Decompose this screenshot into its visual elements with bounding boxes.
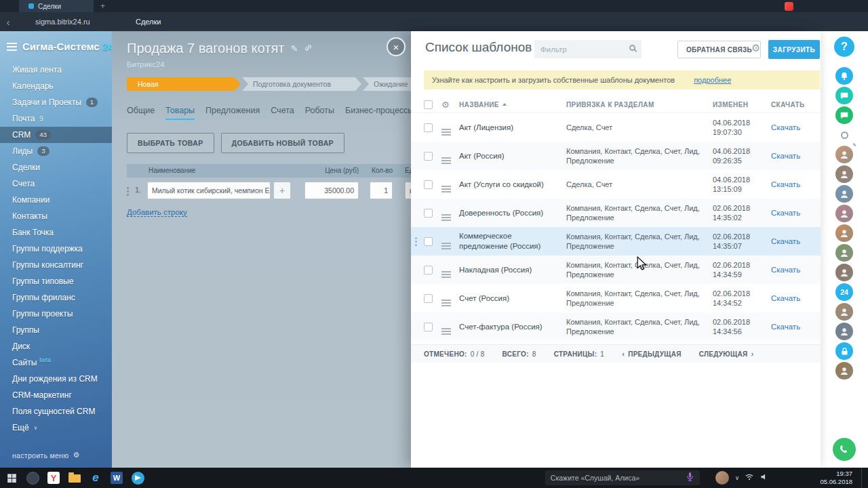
- template-row[interactable]: Акт (Лицензия)Сделка, Счет04.06.201819:0…: [411, 113, 821, 142]
- user-avatar[interactable]: [835, 185, 853, 203]
- row-menu-button[interactable]: [441, 323, 459, 331]
- deal-stage[interactable]: Ожидание: [363, 77, 411, 91]
- telegram-app[interactable]: [130, 470, 145, 485]
- row-menu-button[interactable]: [441, 266, 459, 274]
- new-tab-button[interactable]: +: [100, 1, 105, 11]
- user-avatar[interactable]: [835, 165, 853, 183]
- download-link[interactable]: Скачать: [771, 209, 800, 217]
- col-header-modified[interactable]: ИЗМЕНЕН: [713, 101, 771, 108]
- tab-Товары[interactable]: Товары: [165, 106, 195, 120]
- sidebar-item-Дни рождения из CRM[interactable]: Дни рождения из CRM: [0, 371, 112, 387]
- feedback-button[interactable]: ОБРАТНАЯ СВЯЗЬ: [677, 41, 761, 58]
- download-link[interactable]: Скачать: [771, 237, 800, 245]
- deal-stage[interactable]: Новая: [127, 77, 241, 91]
- template-row[interactable]: Счет (Россия)Компания, Контакт, Сделка, …: [411, 284, 821, 312]
- microphone-icon[interactable]: [686, 472, 694, 485]
- row-checkbox[interactable]: [424, 237, 433, 246]
- next-page-button[interactable]: СЛЕДУЮЩАЯ›: [699, 350, 754, 358]
- row-checkbox[interactable]: [424, 180, 433, 189]
- user-avatar[interactable]: [835, 323, 853, 340]
- prev-page-button[interactable]: ‹ПРЕДЫДУЩАЯ: [622, 350, 681, 358]
- add-product-plus-button[interactable]: +: [273, 182, 291, 199]
- sidebar-item-Контакты[interactable]: Контакты: [0, 208, 112, 224]
- row-menu-button[interactable]: [441, 152, 459, 160]
- sidebar-item-Сайты[interactable]: Сайтыbeta: [0, 354, 112, 371]
- user-avatar[interactable]: [835, 264, 853, 281]
- word-app[interactable]: W: [109, 470, 124, 485]
- tab-Роботы[interactable]: Роботы: [305, 106, 334, 120]
- filter-input[interactable]: [534, 40, 642, 58]
- grid-gear-icon[interactable]: ⚙: [441, 100, 459, 110]
- deal-subtitle-link[interactable]: Битрикс24: [127, 60, 411, 68]
- start-button[interactable]: [4, 470, 19, 485]
- add-row-link[interactable]: Добавить строку: [127, 208, 187, 217]
- sidebar-item-Диск[interactable]: Диск: [0, 338, 112, 354]
- tray-expand-icon[interactable]: ∨: [735, 474, 740, 481]
- col-header-sections[interactable]: ПРИВЯЗКА К РАЗДЕЛАМ: [566, 101, 713, 108]
- user-avatar[interactable]: [835, 303, 853, 321]
- taskbar-clock[interactable]: 19:37 05.06.2018: [820, 470, 852, 486]
- sidebar-item-Поля сущностей CRM[interactable]: Поля сущностей CRM: [0, 403, 112, 420]
- row-checkbox[interactable]: [424, 323, 433, 331]
- browser-extension-icon[interactable]: [785, 2, 793, 11]
- deal-stage[interactable]: Подготовка документов: [242, 77, 361, 91]
- row-menu-button[interactable]: [441, 237, 459, 245]
- row-checkbox[interactable]: [424, 152, 433, 161]
- help-button[interactable]: ?: [834, 37, 854, 57]
- sidebar-item-Календарь[interactable]: Календарь: [0, 78, 112, 94]
- template-row[interactable]: Доверенность (Россия)Компания, Контакт, …: [411, 199, 821, 227]
- search-icon[interactable]: [835, 126, 853, 144]
- yandex-browser[interactable]: Y: [46, 470, 61, 485]
- menu-burger-icon[interactable]: [7, 46, 17, 47]
- notice-more-link[interactable]: подробнее: [694, 76, 731, 84]
- sidebar-item-CRM-маркетинг[interactable]: CRM-маркетинг: [0, 387, 112, 403]
- row-menu-button[interactable]: [441, 294, 459, 302]
- tab-Общие[interactable]: Общие: [127, 106, 155, 120]
- product-unit-select[interactable]: шт: [405, 182, 411, 199]
- user-avatar[interactable]: [835, 244, 853, 262]
- tab-Предложения[interactable]: Предложения: [205, 106, 260, 120]
- template-row[interactable]: Акт (Услуги со скидкой)Сделка, Счет04.06…: [411, 170, 821, 199]
- show-desktop-button[interactable]: [861, 468, 864, 488]
- sidebar-item-Ещё[interactable]: Ещё∨: [0, 420, 112, 436]
- sidebar-item-CRM[interactable]: CRM43: [0, 127, 112, 143]
- row-menu-button[interactable]: [441, 209, 459, 217]
- user-avatar[interactable]: [835, 205, 853, 222]
- taskbar-user-avatar[interactable]: [715, 471, 729, 485]
- tab-Бизнес-процессы[interactable]: Бизнес-процессы: [345, 106, 411, 120]
- drag-handle-icon[interactable]: [415, 237, 417, 239]
- download-link[interactable]: Скачать: [771, 152, 800, 160]
- download-link[interactable]: Скачать: [771, 266, 800, 274]
- sidebar-item-Группы поддержка[interactable]: Группы поддержка: [0, 241, 112, 257]
- edge-browser[interactable]: e: [88, 470, 103, 485]
- add-new-product-button[interactable]: ДОБАВИТЬ НОВЫЙ ТОВАР: [221, 133, 344, 153]
- sidebar-item-Группы проекты[interactable]: Группы проекты: [0, 306, 112, 322]
- col-header-name[interactable]: НАЗВАНИЕ: [459, 101, 566, 108]
- drag-handle-icon[interactable]: [127, 187, 129, 189]
- row-checkbox[interactable]: [424, 123, 433, 132]
- notifications-bell-icon[interactable]: [835, 67, 853, 85]
- template-row[interactable]: Счет-фактура (Россия)Компания, Контакт, …: [411, 312, 821, 341]
- product-price-input[interactable]: 35000.00: [304, 182, 359, 199]
- search-app[interactable]: [25, 470, 40, 485]
- sidebar-item-Компании[interactable]: Компании: [0, 192, 112, 208]
- sidebar-item-Группы консалтинг[interactable]: Группы консалтинг: [0, 257, 112, 273]
- wifi-icon[interactable]: [745, 472, 754, 484]
- select-all-checkbox[interactable]: [424, 100, 433, 109]
- configure-menu-link[interactable]: настроить меню ⚙: [12, 451, 80, 460]
- sidebar-item-Группы фриланс[interactable]: Группы фриланс: [0, 289, 112, 306]
- lock-icon[interactable]: [835, 342, 853, 360]
- alice-search-bar[interactable]: Скажите «Слушай, Алиса»: [545, 470, 700, 485]
- chat-icon[interactable]: [835, 106, 853, 124]
- close-slider-button[interactable]: ×: [387, 37, 406, 56]
- edit-pencil-icon[interactable]: ✎: [290, 43, 298, 54]
- row-menu-button[interactable]: [441, 123, 459, 131]
- download-link[interactable]: Скачать: [771, 180, 800, 188]
- volume-icon[interactable]: [760, 472, 768, 484]
- download-link[interactable]: Скачать: [771, 294, 800, 302]
- sidebar-item-Группы типовые[interactable]: Группы типовые: [0, 273, 112, 289]
- user-avatar[interactable]: [835, 362, 853, 380]
- select-product-button[interactable]: ВЫБРАТЬ ТОВАР: [127, 133, 214, 153]
- sidebar-logo[interactable]: Сигма-Системс 24: [0, 31, 112, 59]
- sidebar-item-Группы[interactable]: Группы: [0, 322, 112, 338]
